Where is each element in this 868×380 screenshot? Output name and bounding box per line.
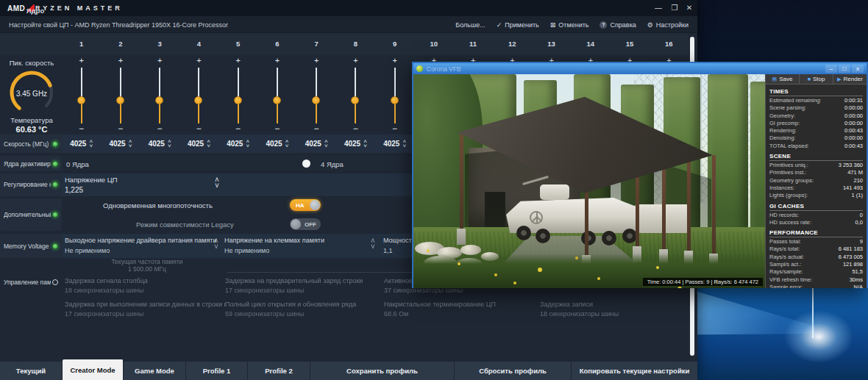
slider-track[interactable] — [81, 68, 82, 123]
core-slider[interactable]: + − — [140, 55, 179, 135]
core-speed-stepper[interactable]: 4025 ˄˅ — [336, 135, 375, 153]
slider-knob[interactable] — [273, 96, 281, 104]
slider-track[interactable] — [277, 68, 278, 123]
render-button[interactable]: ▶ Render — [833, 74, 867, 84]
slider-plus-icon[interactable]: + — [297, 56, 336, 65]
slider-plus-icon[interactable]: + — [336, 56, 375, 65]
core-slider[interactable]: + − — [336, 55, 375, 135]
sidebar-item[interactable]: Дополнительный ко... — [0, 198, 62, 231]
close-icon[interactable]: ✕ — [683, 3, 696, 13]
profile-tab[interactable]: Profile 1 — [186, 362, 248, 380]
vfb-titlebar[interactable]: Corona VFB – □ x — [413, 63, 867, 74]
core-slider[interactable]: + − — [218, 55, 257, 135]
slider-plus-icon[interactable]: + — [101, 56, 140, 65]
slider-minus-icon[interactable]: − — [218, 123, 257, 134]
slider-track[interactable] — [159, 68, 160, 123]
slider-minus-icon[interactable]: − — [101, 123, 140, 134]
core-speed-stepper[interactable]: 4025 ˄˅ — [257, 135, 296, 153]
slider-plus-icon[interactable]: + — [218, 56, 257, 65]
slider-plus-icon[interactable]: + — [179, 56, 218, 65]
core-slider[interactable]: + − — [62, 55, 101, 135]
minimize-icon[interactable]: – — [825, 65, 837, 73]
slider-knob[interactable] — [234, 96, 242, 104]
sidebar-item[interactable]: Скорость (МГц) — [0, 135, 62, 153]
sidebar-item[interactable]: Memory Voltage Con... — [0, 234, 62, 258]
slider-plus-icon[interactable]: + — [257, 56, 296, 65]
slider-minus-icon[interactable]: − — [375, 123, 414, 134]
sidebar-item[interactable]: Регулирование напр... — [0, 173, 62, 196]
slider-minus-icon[interactable]: − — [62, 123, 101, 134]
core-speed-stepper[interactable]: 4025 ˄˅ — [179, 135, 218, 153]
stepper-chevrons-icon[interactable]: ˄˅ — [246, 140, 249, 148]
core-slider[interactable]: + − — [101, 55, 140, 135]
slider-knob[interactable] — [116, 96, 124, 104]
mem-field-stepper[interactable]: ˄˅ — [214, 238, 218, 250]
help-button[interactable]: ? Справка — [600, 21, 636, 29]
core-slider[interactable]: + − — [179, 55, 218, 135]
stepper-chevrons-icon[interactable]: ˄˅ — [89, 140, 93, 148]
slider-knob[interactable] — [155, 96, 163, 104]
core-slider[interactable]: + − — [297, 55, 336, 135]
mem-field-stepper[interactable]: ˄˅ — [371, 238, 375, 250]
smt-toggle[interactable]: НА — [290, 199, 321, 211]
core-slider[interactable]: + − — [375, 55, 414, 135]
sidebar-item[interactable]: Управление памятью — [0, 261, 62, 304]
profile-tab[interactable]: Текущий — [0, 362, 63, 380]
stepper-chevrons-icon[interactable]: ˄˅ — [285, 140, 289, 148]
stepper-chevrons-icon[interactable]: ˄˅ — [324, 140, 328, 148]
slider-knob[interactable] — [391, 96, 399, 104]
slider-plus-icon[interactable]: + — [62, 56, 101, 65]
slider-minus-icon[interactable]: − — [257, 123, 296, 134]
apply-button[interactable]: ✓ Применить — [497, 21, 539, 29]
stepper-chevrons-icon[interactable]: ˄˅ — [168, 140, 171, 148]
slider-track[interactable] — [355, 68, 356, 123]
stepper-chevrons-icon[interactable]: ˄˅ — [129, 140, 132, 148]
stat-row: Rays/s total:6 481 183 — [769, 245, 863, 253]
profile-tab[interactable]: Creator Mode — [63, 359, 124, 380]
slider-plus-icon[interactable]: + — [375, 56, 414, 65]
slider-knob[interactable] — [312, 96, 320, 104]
slider-minus-icon[interactable]: − — [140, 123, 179, 134]
core-speed-stepper[interactable]: 4025 ˄˅ — [218, 135, 257, 153]
profile-tab[interactable]: Сохранить профиль — [310, 362, 455, 380]
slider-minus-icon[interactable]: − — [297, 123, 336, 134]
stepper-chevrons-icon[interactable]: ˄˅ — [402, 140, 406, 148]
maximize-icon[interactable]: □ — [839, 65, 850, 73]
legacy-mode-toggle[interactable]: OFF — [290, 218, 321, 230]
profile-tab[interactable]: Game Mode — [124, 362, 186, 380]
slider-knob[interactable] — [194, 96, 202, 104]
save-button[interactable]: ▤ Save — [766, 74, 800, 84]
more-button[interactable]: Больше... — [455, 21, 485, 29]
core-speed-stepper[interactable]: 4025 ˄˅ — [140, 135, 179, 153]
core-speed-stepper[interactable]: 4025 ˄˅ — [101, 135, 140, 153]
slider-minus-icon[interactable]: − — [179, 123, 218, 134]
core-speed-stepper[interactable]: 4025 ˄˅ — [62, 135, 101, 153]
core-speed-stepper[interactable]: 4025 ˄˅ — [297, 135, 336, 153]
cpu-voltage-stepper[interactable]: ˄˅ — [215, 177, 219, 189]
slider-track[interactable] — [198, 68, 199, 123]
ryzen-master-titlebar[interactable]: AMD RYZEN MASTER — ❐ ✕ — [0, 0, 697, 16]
slider-plus-icon[interactable]: + — [140, 56, 179, 65]
settings-button[interactable]: ⚙ Настройки — [647, 21, 689, 29]
core-slider[interactable]: + − — [257, 55, 296, 135]
slider-knob[interactable] — [77, 96, 85, 104]
profile-tab[interactable]: Копировать текущие настройки — [572, 362, 697, 380]
core-speed-stepper[interactable]: 4025 ˄˅ — [375, 135, 414, 153]
slider-track[interactable] — [238, 68, 239, 123]
cores-radio-icon[interactable] — [302, 159, 310, 168]
stop-button[interactable]: ■ Stop — [800, 74, 833, 84]
maximize-icon[interactable]: ❐ — [668, 3, 681, 13]
slider-knob[interactable] — [351, 96, 359, 104]
discard-button[interactable]: ⊠ Отменить — [550, 21, 589, 29]
slider-track[interactable] — [316, 68, 317, 123]
stepper-chevrons-icon[interactable]: ˄˅ — [207, 140, 210, 148]
stepper-chevrons-icon[interactable]: ˄˅ — [363, 140, 367, 148]
slider-minus-icon[interactable]: − — [336, 123, 375, 134]
slider-track[interactable] — [394, 68, 396, 123]
sidebar-item[interactable]: Ядра деактивированы — [0, 156, 62, 171]
profile-tab[interactable]: Сбросить профиль — [455, 362, 572, 380]
minimize-icon[interactable]: — — [652, 3, 665, 13]
slider-track[interactable] — [120, 68, 121, 123]
profile-tab[interactable]: Profile 2 — [248, 362, 310, 380]
close-icon[interactable]: x — [852, 65, 864, 73]
